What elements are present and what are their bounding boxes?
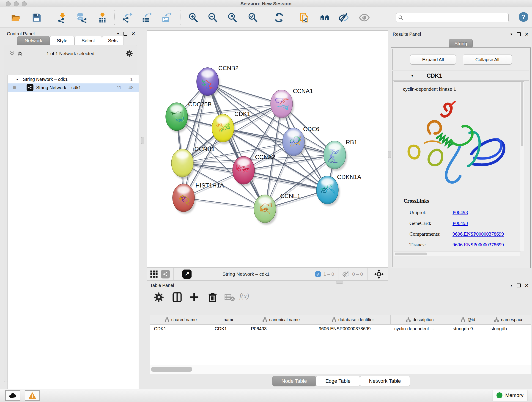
birdseye-crosshair-icon[interactable] (374, 269, 384, 279)
left-splitter-handle[interactable] (141, 137, 144, 144)
window-close-button[interactable] (6, 1, 11, 6)
results-horizontal-scrollbar[interactable] (394, 252, 520, 256)
results-panel-float-icon[interactable] (517, 32, 521, 36)
node-RB1[interactable] (324, 141, 347, 171)
tab-node-table[interactable]: Node Table (272, 376, 316, 386)
window-zoom-button[interactable] (22, 1, 27, 6)
network-collection-row[interactable]: ▼ String Network – cdk1 1 (8, 75, 139, 83)
memory-status-dot (496, 392, 502, 398)
export-table-icon[interactable] (141, 12, 152, 23)
column-namespace-icon (262, 317, 267, 322)
zoom-in-icon[interactable] (188, 12, 198, 23)
help-icon[interactable]: ? (518, 12, 529, 22)
column-header-shared-name[interactable]: shared name (150, 315, 211, 324)
clone-network-icon[interactable] (299, 12, 310, 23)
table-cell[interactable]: P06493 (247, 325, 315, 333)
search-box (396, 13, 509, 22)
table-cell[interactable]: cyclin-dependent ... (391, 325, 449, 333)
expand-all-button[interactable]: Expand All (410, 55, 456, 65)
column-header-namespace[interactable]: namespace (487, 315, 531, 324)
first-neighbors-icon[interactable] (319, 12, 330, 23)
node-CCNA1[interactable] (271, 90, 294, 120)
table-row[interactable]: CDK1CDK1P064939606.ENSP00000378699cyclin… (150, 325, 531, 333)
tab-network-table[interactable]: Network Table (360, 376, 410, 386)
table-cell[interactable]: 9606.ENSP00000378699 (315, 325, 391, 333)
column-header-canonical-name[interactable]: canonical name (247, 315, 315, 324)
column-header-description[interactable]: description (391, 315, 449, 324)
show-columns-icon[interactable] (172, 292, 182, 303)
cloud-sync-button[interactable] (5, 390, 20, 401)
network-row-selected[interactable]: String Network – cdk1 11 48 (8, 83, 139, 92)
network-view-mode-icon[interactable] (161, 270, 170, 279)
node-HIST1H1A[interactable] (172, 184, 196, 214)
collapse-all-button[interactable]: Collapse All (463, 55, 512, 65)
add-column-icon[interactable] (189, 292, 200, 303)
export-image-icon[interactable] (161, 12, 172, 23)
crosslink-link[interactable]: P06493 (452, 220, 468, 226)
edge-CCNA2-CDKN1A[interactable] (244, 170, 327, 190)
zoom-fit-icon[interactable] (227, 12, 238, 23)
results-vertical-scrollbar-thumb[interactable] (521, 82, 523, 146)
node-table-header: shared namenamecanonical namedatabase id… (150, 315, 531, 325)
results-vertical-scrollbar[interactable] (520, 81, 524, 251)
warnings-button[interactable] (25, 390, 40, 401)
show-all-icon[interactable] (359, 12, 370, 23)
zoom-out-icon[interactable] (207, 12, 218, 23)
table-cell[interactable]: CDK1 (150, 325, 211, 333)
table-options-gear-icon[interactable] (153, 292, 164, 303)
string-network-graph[interactable]: CCNB2CCNA1CDC25BCDK1CDC6RB1CCNB1CCNA2CDK… (147, 31, 388, 268)
column-header-name[interactable]: name (211, 315, 247, 324)
control-panel-close-icon[interactable]: ✕ (131, 32, 135, 36)
table-horizontal-scrollbar[interactable] (150, 365, 531, 374)
tab-network[interactable]: Network (17, 36, 50, 45)
detach-view-icon[interactable]: ↗ (182, 269, 191, 279)
export-network-icon[interactable] (122, 12, 133, 23)
table-cell[interactable]: stringdb:9... (449, 325, 487, 333)
delete-column-icon[interactable] (207, 292, 218, 303)
node-CCNE1[interactable] (254, 195, 277, 225)
crosslink-link[interactable]: 9606.ENSP00000378699 (452, 231, 504, 237)
import-network-from-database-icon[interactable] (76, 12, 87, 23)
results-panel-collapse-icon[interactable]: ▼ (510, 32, 513, 36)
selected-indicator-checkbox[interactable] (315, 271, 321, 277)
import-table-icon[interactable] (97, 12, 108, 23)
node-CDKN1A[interactable] (317, 176, 340, 206)
zoom-selected-icon[interactable] (247, 12, 258, 23)
grid-view-icon[interactable] (150, 270, 158, 278)
open-folder-icon[interactable] (11, 12, 21, 23)
table-horizontal-scrollbar-thumb[interactable] (151, 367, 192, 372)
results-panel-close-icon[interactable]: ✕ (525, 33, 529, 36)
column-header--id[interactable]: @id (449, 315, 487, 324)
table-panel-collapse-icon[interactable]: ▼ (510, 284, 513, 287)
tab-string[interactable]: String (449, 39, 473, 48)
tab-style[interactable]: Style (50, 36, 75, 45)
hide-selected-icon[interactable] (338, 12, 349, 23)
tab-edge-table[interactable]: Edge Table (316, 376, 360, 386)
network-canvas[interactable]: CCNB2CCNA1CDC25BCDK1CDC6RB1CCNB1CCNA2CDK… (147, 31, 388, 268)
table-panel-close-icon[interactable]: ✕ (525, 284, 529, 287)
control-panel-collapse-icon[interactable]: ▼ (117, 32, 120, 36)
crosslink-label: Tissues: (409, 242, 426, 248)
protein-card-expander-icon[interactable]: ▼ (411, 74, 414, 77)
import-network-icon[interactable] (57, 12, 68, 23)
toolbar-separator (291, 10, 291, 25)
control-panel-float-icon[interactable] (123, 32, 127, 36)
search-input[interactable] (405, 15, 508, 20)
collection-expander-icon[interactable]: ▼ (16, 77, 19, 81)
tab-sets[interactable]: Sets (102, 36, 124, 45)
tab-select[interactable]: Select (75, 36, 102, 45)
table-cell[interactable]: CDK1 (211, 325, 247, 333)
save-session-icon[interactable] (32, 12, 42, 23)
network-options-gear-icon[interactable] (126, 50, 133, 57)
node-CDK1[interactable] (212, 114, 235, 144)
window-minimize-button[interactable] (14, 1, 19, 6)
table-panel-float-icon[interactable] (517, 283, 521, 287)
memory-button[interactable]: Memory (493, 390, 527, 401)
results-horizontal-scrollbar-thumb[interactable] (395, 253, 427, 255)
refresh-icon[interactable] (274, 12, 284, 23)
node-CCNB1[interactable] (171, 149, 195, 179)
crosslink-link[interactable]: 9606.ENSP00000378699 (452, 242, 504, 248)
column-header-database-identifier[interactable]: database identifier (315, 315, 391, 324)
table-cell[interactable]: stringdb (487, 325, 531, 333)
crosslink-link[interactable]: P06493 (452, 210, 468, 216)
